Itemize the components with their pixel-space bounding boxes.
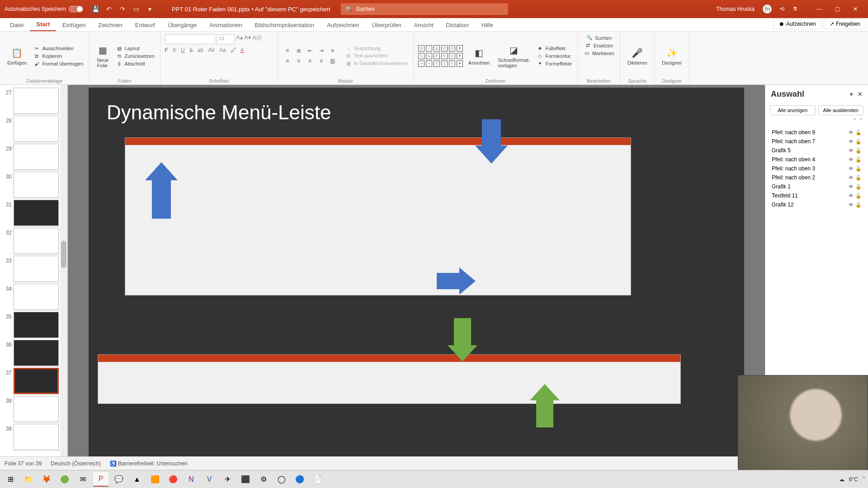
replace-button[interactable]: ⇄Ersetzen [584,42,614,49]
app-icon-3[interactable]: 🔴 [165,472,181,487]
eye-icon[interactable]: 👁 [849,130,854,136]
tab-ueberpruefen[interactable]: Überprüfen [366,19,408,31]
eye-icon[interactable]: 👁 [849,157,854,163]
thumbnail-row[interactable]: 33 [0,255,67,283]
thumbnail-row[interactable]: 27 [0,87,67,115]
slide-thumbnails[interactable]: 27282930313233343536373839 [0,85,68,474]
redo-icon[interactable]: ↷ [118,5,127,13]
selection-item[interactable]: Pfeil: nach oben 9👁🔓 [767,128,866,137]
lock-icon[interactable]: 🔓 [855,139,862,145]
eye-icon[interactable]: 👁 [849,184,854,190]
tab-dictation[interactable]: Dictation [439,19,475,31]
designer-button[interactable]: ✨Designer [659,46,684,66]
autosave-toggle[interactable]: Automatisches Speichern [5,6,83,12]
thumbnail[interactable] [14,312,59,338]
move-up-icon[interactable]: ˄ [854,118,856,124]
shape-gallery[interactable]: ▭○△▱⬡▾ ╲↘⬀⬁{▾ ─↔⤴⤵☆▾ [418,45,463,67]
underline-button[interactable]: U [181,47,185,53]
slide-canvas[interactable]: Dynamische Menü-Leiste [68,85,765,474]
columns-icon[interactable]: ▥ [328,56,338,66]
thumbnail-row[interactable]: 28 [0,115,67,143]
firefox-icon[interactable]: 🦊 [39,472,54,487]
outline-button[interactable]: ◇Formkontur [535,52,573,59]
quick-styles-button[interactable]: ◪Schnellformat- vorlagen [495,43,533,69]
textdir-button[interactable]: ↕Textrichtung [344,45,409,52]
decrease-font-icon[interactable]: A▾ [245,34,251,44]
thumbnail[interactable] [14,256,59,282]
linespace-icon[interactable]: ≡ [328,46,338,55]
eye-icon[interactable]: 👁 [849,148,854,154]
coming-soon-icon[interactable]: ⚗ [793,6,797,12]
layout-button[interactable]: ▤Layout [115,45,156,52]
find-button[interactable]: 🔍Suchen [585,34,613,41]
eye-icon[interactable]: 👁 [849,202,854,208]
tab-zeichnen[interactable]: Zeichnen [92,19,128,31]
tab-entwurf[interactable]: Entwurf [129,19,161,31]
increase-font-icon[interactable]: A▴ [236,34,243,44]
user-name[interactable]: Thomas Hruska [716,6,755,12]
spacing-button[interactable]: AV [208,47,215,53]
clear-format-icon[interactable]: Aⓧ [253,34,262,44]
indent-dec-icon[interactable]: ⇤ [305,46,315,55]
format-painter-button[interactable]: 🖌Format übertragen [32,61,84,67]
thumbnail-row[interactable]: 31 [0,199,67,227]
align-left-icon[interactable]: ≡ [283,56,292,66]
vlc-icon[interactable]: ▲ [129,472,145,487]
onenote-icon[interactable]: N [184,472,199,487]
align-center-icon[interactable]: ≡ [294,56,304,66]
thumbnail-row[interactable]: 36 [0,339,67,367]
select-button[interactable]: ▭Markieren [582,50,615,56]
tab-praesentation[interactable]: Bildschirmpräsentation [248,19,321,31]
save-icon[interactable]: 💾 [91,5,99,13]
weather-icon[interactable]: ☁ [839,476,844,483]
chrome-icon[interactable]: 🟢 [57,472,72,487]
tab-hilfe[interactable]: Hilfe [475,19,500,31]
selection-item[interactable]: Pfeil: nach oben 4👁🔓 [767,155,866,164]
thumbnail-row[interactable]: 29 [0,143,67,171]
thumbnail-scrollbar[interactable] [60,85,67,474]
thumbnail[interactable] [14,116,59,142]
eye-icon[interactable]: 👁 [849,193,854,199]
pane-close-icon[interactable]: ✕ [858,91,863,98]
thumbnail[interactable] [14,284,59,310]
eye-icon[interactable]: 👁 [849,139,854,145]
smartart-button[interactable]: ▦In SmartArt konvertieren [344,60,409,67]
start-button[interactable]: ⊞ [3,472,18,487]
show-all-button[interactable]: Alle anzeigen [770,105,816,115]
close-icon[interactable]: ✕ [847,6,863,12]
app-icon-6[interactable]: 🔵 [292,472,307,487]
selection-item[interactable]: Pfeil: nach oben 3👁🔓 [767,164,866,173]
selection-item[interactable]: Pfeil: nach oben 2👁🔓 [767,173,866,182]
shadow-button[interactable]: ab [198,47,203,53]
thumbnail[interactable] [14,424,59,450]
tab-ansicht[interactable]: Ansicht [408,19,440,31]
highlight-button[interactable]: 🖍 [231,47,236,53]
maximize-icon[interactable]: ▢ [829,6,845,12]
font-color-button[interactable]: A [241,47,244,53]
strike-button[interactable]: S̶ [189,47,193,53]
thumbnail-row[interactable]: 32 [0,227,67,255]
copy-button[interactable]: ⧉Kopieren [32,53,84,60]
tab-datei[interactable]: Datei [4,19,30,31]
font-family-combo[interactable] [165,34,215,44]
align-right-icon[interactable]: ≡ [305,56,315,66]
thumbnail[interactable] [14,144,59,170]
visio-icon[interactable]: V [202,472,217,487]
eye-icon[interactable]: 👁 [849,175,854,181]
thumbnail-row[interactable]: 35 [0,311,67,339]
reset-button[interactable]: ⟲Zurücksetzen [115,53,156,60]
lock-icon[interactable]: 🔓 [855,202,862,208]
selection-item[interactable]: Grafik 5👁🔓 [767,146,866,155]
autosave-switch-icon[interactable] [69,6,83,12]
selection-item[interactable]: Grafik 12👁🔓 [767,200,866,209]
app-icon-4[interactable]: ⬛ [238,472,253,487]
selection-item[interactable]: Textfeld 11👁🔓 [767,191,866,200]
status-lang[interactable]: Deutsch (Österreich) [51,460,101,467]
lock-icon[interactable]: 🔓 [855,175,862,181]
lock-icon[interactable]: 🔓 [855,130,862,136]
indent-inc-icon[interactable]: ⇥ [316,46,326,55]
powerpoint-icon[interactable]: P [93,472,108,487]
thumbnail-row[interactable]: 39 [0,423,67,451]
app-icon-2[interactable]: 🟧 [147,472,163,487]
paste-button[interactable]: 📋Einfügen [5,46,29,66]
